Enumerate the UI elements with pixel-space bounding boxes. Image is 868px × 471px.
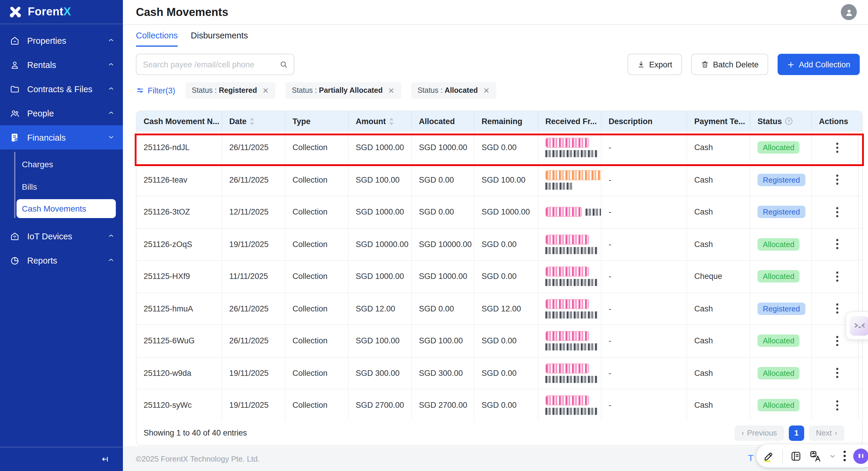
row-actions-button[interactable] [830,332,844,350]
cell-amount: SGD 100.00 [349,164,412,196]
people-icon [9,108,20,119]
sidebar-item-financials[interactable]: $ Financials [0,125,123,150]
cell-payment: Cash [687,389,750,421]
cell-description: - [601,389,687,421]
export-button[interactable]: Export [627,54,682,75]
row-actions-button[interactable] [830,397,844,414]
cell-amount: SGD 100.00 [349,325,412,357]
kebab-icon [836,175,838,185]
cell-received [538,389,601,421]
cell-type: Collection [285,164,349,196]
collapse-sidebar-icon[interactable] [100,454,110,464]
toolbar-divider [782,449,783,463]
extension-avatar[interactable] [853,448,868,464]
copyright-text: ©2025 ForentX Technology Pte. Ltd. [136,454,260,463]
column-header-date[interactable]: Date [222,111,285,131]
table-controls: Export Batch Delete Add Collection [136,54,860,75]
cell-description: - [601,164,687,196]
cell-actions [812,228,862,260]
sidebar-item-properties[interactable]: Properties [0,28,123,53]
remove-chip-icon[interactable]: ✕ [262,87,269,94]
tab-collections[interactable]: Collections [136,31,178,47]
remove-chip-icon[interactable]: ✕ [483,87,490,94]
action-buttons: Export Batch Delete Add Collection [627,54,860,75]
chevron-down-icon[interactable] [829,452,836,460]
filter-button[interactable]: Filter(3) [136,86,175,95]
table-row: 251120-w9da19/11/2025CollectionSGD 300.0… [136,357,862,389]
main-content: Cash Movements Collections Disbursements… [123,0,868,471]
sidebar-item-cash-movements[interactable]: Cash Movements [17,199,116,218]
row-actions-button[interactable] [830,171,844,189]
cell-status: Registered [750,196,812,228]
status-help-icon[interactable]: ? [785,117,793,125]
cell-allocated: SGD 1000.00 [412,261,474,292]
sidebar-nav: Properties Rentals Contracts & Files [0,24,123,273]
chevron-up-icon [107,84,115,94]
row-actions-button[interactable] [830,268,844,285]
translate-icon[interactable] [809,449,822,463]
cell-status: Allocated [750,261,812,292]
search-icon[interactable] [279,60,288,71]
sidebar-item-reports[interactable]: Reports [0,248,123,273]
cell-type: Collection [285,325,349,357]
cell-date: 12/11/2025 [222,196,285,228]
redacted-received-from [546,299,597,318]
remove-chip-icon[interactable]: ✕ [388,87,395,94]
svg-text:$: $ [16,138,17,141]
edge-assistant-widget [845,311,868,340]
cell-actions [812,132,862,163]
batch-delete-button[interactable]: Batch Delete [691,54,768,75]
table-row: 251125-hmuA26/11/2025CollectionSGD 12.00… [136,292,862,324]
redacted-payer-tag [546,170,601,180]
sidebar-item-people[interactable]: People [0,101,123,125]
table-body: 251126-ndJL26/11/2025CollectionSGD 1000.… [136,131,862,421]
cell-id: 251126-zOqS [136,228,222,260]
add-collection-button[interactable]: Add Collection [778,54,860,75]
sidebar-item-charges[interactable]: Charges [0,153,123,176]
notebook-panel-icon[interactable] [790,450,802,462]
cell-amount: SGD 2700.00 [349,389,412,421]
next-page-button[interactable]: Next› [809,425,844,441]
sidebar-item-rentals[interactable]: Rentals [0,53,123,77]
previous-page-button[interactable]: ‹Previous [735,425,784,441]
redacted-received-from [546,207,601,217]
tab-disbursements[interactable]: Disbursements [191,31,248,47]
more-options-kebab-icon[interactable] [843,450,846,462]
sort-carets-icon [250,117,255,126]
cell-actions [812,357,862,389]
sidebar-footer [0,447,123,471]
user-avatar[interactable] [841,4,857,20]
pie-chart-icon [9,255,20,265]
row-actions-button[interactable] [830,300,844,318]
tab-bar: Collections Disbursements [136,31,868,47]
cell-received [538,196,601,228]
column-header-amount[interactable]: Amount [349,111,412,131]
brand-name: ForentX [28,5,71,18]
highlighter-icon[interactable] [763,450,775,462]
row-actions-button[interactable] [830,236,844,253]
cell-date: 26/11/2025 [222,293,285,324]
pagination: ‹Previous 1 Next› [735,425,844,441]
row-actions-button[interactable] [830,139,844,157]
row-actions-button[interactable] [830,364,844,382]
page-1-button[interactable]: 1 [789,425,804,441]
brand: ForentX [0,0,123,24]
cell-type: Collection [285,228,349,260]
column-header-received: Received Fr... [538,111,601,131]
cell-allocated: SGD 100.00 [412,325,474,357]
cell-id: 251125-6WuG [136,325,222,357]
cell-description: - [601,132,687,163]
cell-amount: SGD 1000.00 [349,196,412,228]
sidebar-item-contracts-files[interactable]: Contracts & Files [0,77,123,101]
table-row: 251120-syWc19/11/2025CollectionSGD 2700.… [136,389,862,421]
sidebar-item-bills[interactable]: Bills [0,176,123,198]
cell-allocated: SGD 10000.00 [412,228,474,260]
sidebar-item-iot-devices[interactable]: IoT Devices [0,224,123,248]
cell-allocated: SGD 0.00 [412,293,474,324]
assistant-face-icon[interactable] [850,316,868,335]
redacted-payer-tag [546,299,589,309]
row-actions-button[interactable] [830,203,844,221]
redacted-payer-name [546,376,597,383]
search-input[interactable] [136,54,294,75]
redacted-payer-name [546,247,597,254]
